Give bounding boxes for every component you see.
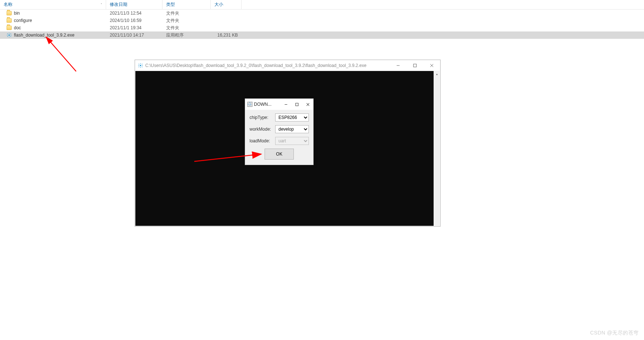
workmode-label: workMode:	[250, 127, 272, 132]
loadmode-select: uart	[275, 137, 309, 145]
svg-rect-6	[10, 36, 11, 37]
file-row-selected[interactable]: flash_download_tool_3.9.2.exe 2021/11/10…	[0, 31, 644, 39]
close-button[interactable]	[302, 99, 313, 110]
svg-rect-3	[7, 35, 8, 35]
app-icon	[247, 102, 252, 107]
chiptype-select[interactable]: ESP8266	[275, 113, 309, 122]
console-titlebar[interactable]: C:\Users\ASUS\Desktop\flash_download_too…	[135, 60, 440, 71]
file-date: 2024/1/10 16:59	[106, 18, 162, 23]
svg-rect-24	[295, 103, 298, 105]
file-date: 2021/11/3 12:54	[106, 11, 162, 16]
svg-rect-5	[7, 33, 8, 34]
maximize-button[interactable]	[291, 99, 302, 110]
svg-point-10	[140, 64, 141, 66]
svg-rect-13	[138, 65, 139, 66]
svg-rect-20	[413, 64, 416, 67]
svg-rect-17	[138, 66, 139, 67]
console-title-text: C:\Users\ASUS\Desktop\flash_download_too…	[145, 63, 387, 68]
svg-rect-7	[7, 36, 8, 37]
file-row[interactable]: bin 2021/11/3 12:54 文件夹	[0, 10, 644, 17]
file-name: doc	[14, 25, 21, 30]
svg-rect-12	[140, 67, 141, 68]
scroll-up-button[interactable]: ▴	[434, 71, 440, 77]
folder-icon	[7, 26, 12, 30]
svg-rect-14	[142, 65, 143, 66]
file-type: 文件夹	[162, 18, 211, 24]
file-row[interactable]: doc 2021/11/1 19:34 文件夹	[0, 24, 644, 31]
chiptype-label: chipType:	[250, 115, 272, 120]
download-config-dialog: DOWN... chipType: ESP8266 workMode: deve…	[245, 98, 314, 165]
ok-button[interactable]: OK	[265, 149, 294, 160]
file-name: bin	[14, 11, 20, 16]
loadmode-label: loadMode:	[250, 138, 272, 143]
minimize-button[interactable]	[280, 99, 291, 110]
folder-icon	[7, 11, 12, 15]
svg-rect-2	[9, 37, 9, 37]
svg-rect-15	[138, 63, 139, 64]
col-name-label: 名称	[4, 1, 12, 8]
minimize-button[interactable]	[390, 60, 407, 71]
svg-line-9	[46, 37, 76, 71]
file-name: flash_download_tool_3.9.2.exe	[14, 33, 74, 38]
maximize-button[interactable]	[407, 60, 423, 71]
file-name: configure	[14, 18, 32, 23]
file-type: 应用程序	[162, 32, 211, 38]
col-header-type[interactable]: 类型	[162, 0, 211, 9]
col-header-date[interactable]: 修改日期	[106, 0, 162, 9]
sort-chevron-icon: ˄	[101, 3, 102, 6]
file-date: 2021/11/10 14:17	[106, 33, 162, 38]
gear-icon	[138, 63, 143, 68]
svg-rect-18	[142, 63, 142, 64]
svg-rect-16	[142, 66, 142, 67]
dialog-title-text: DOWN...	[254, 102, 279, 107]
svg-rect-1	[9, 33, 9, 34]
file-list-header: 名称 ˄ 修改日期 类型 大小	[0, 0, 644, 10]
svg-rect-4	[11, 35, 11, 35]
gear-icon	[7, 33, 12, 38]
svg-rect-11	[140, 63, 141, 64]
file-row[interactable]: configure 2024/1/10 16:59 文件夹	[0, 17, 644, 24]
annotation-arrow-icon	[43, 35, 83, 75]
svg-rect-8	[10, 33, 11, 34]
dialog-titlebar[interactable]: DOWN...	[245, 99, 313, 110]
scrollbar[interactable]: ▴	[434, 71, 440, 226]
file-type: 文件夹	[162, 25, 211, 31]
file-date: 2021/11/1 19:34	[106, 25, 162, 30]
svg-point-0	[8, 34, 10, 36]
close-button[interactable]	[423, 60, 440, 71]
col-header-size[interactable]: 大小	[211, 0, 242, 9]
folder-icon	[7, 18, 12, 23]
workmode-select[interactable]: develop	[275, 125, 309, 133]
col-header-name[interactable]: 名称 ˄	[0, 0, 106, 9]
file-size: 16,231 KB	[211, 33, 242, 38]
file-type: 文件夹	[162, 10, 211, 16]
watermark: CSDN @无尽的苍穹	[590, 330, 639, 336]
